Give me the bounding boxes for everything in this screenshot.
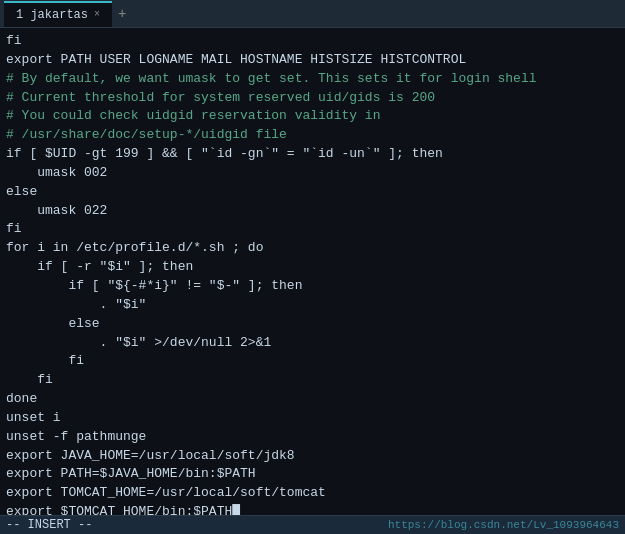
terminal-line: # /usr/share/doc/setup-*/uidgid file <box>6 126 619 145</box>
terminal-line: # You could check uidgid reservation val… <box>6 107 619 126</box>
tab-label: 1 jakartas <box>16 8 88 22</box>
terminal-line: umask 022 <box>6 202 619 221</box>
terminal-line: else <box>6 183 619 202</box>
new-tab-button[interactable]: + <box>112 6 132 22</box>
terminal-line: fi <box>6 352 619 371</box>
terminal-line: fi <box>6 371 619 390</box>
terminal-line: done <box>6 390 619 409</box>
watermark-text: https://blog.csdn.net/Lv_1093964643 <box>388 519 619 531</box>
terminal-line: umask 002 <box>6 164 619 183</box>
terminal-line: . "$i" >/dev/null 2>&1 <box>6 334 619 353</box>
tab-jakartas[interactable]: 1 jakartas × <box>4 1 112 27</box>
terminal-line: if [ $UID -gt 199 ] && [ "`id -gn`" = "`… <box>6 145 619 164</box>
terminal-line: fi <box>6 220 619 239</box>
terminal-line: export TOMCAT_HOME=/usr/local/soft/tomca… <box>6 484 619 503</box>
tab-close-button[interactable]: × <box>94 9 100 20</box>
terminal-line: . "$i" <box>6 296 619 315</box>
terminal-line: export JAVA_HOME=/usr/local/soft/jdk8 <box>6 447 619 466</box>
terminal-content[interactable]: fiexport PATH USER LOGNAME MAIL HOSTNAME… <box>0 28 625 515</box>
terminal-window: 1 jakartas × + fiexport PATH USER LOGNAM… <box>0 0 625 534</box>
terminal-line: else <box>6 315 619 334</box>
terminal-line: if [ "${-#*i}" != "$-" ]; then <box>6 277 619 296</box>
status-bar: -- INSERT -- https://blog.csdn.net/Lv_10… <box>0 515 625 534</box>
terminal-line: unset -f pathmunge <box>6 428 619 447</box>
terminal-line: export $TOMCAT_HOME/bin:$PATH█ <box>6 503 619 515</box>
terminal-line: fi <box>6 32 619 51</box>
terminal-line: if [ -r "$i" ]; then <box>6 258 619 277</box>
terminal-line: export PATH=$JAVA_HOME/bin:$PATH <box>6 465 619 484</box>
terminal-line: export PATH USER LOGNAME MAIL HOSTNAME H… <box>6 51 619 70</box>
title-bar: 1 jakartas × + <box>0 0 625 28</box>
terminal-line: unset i <box>6 409 619 428</box>
terminal-line: for i in /etc/profile.d/*.sh ; do <box>6 239 619 258</box>
terminal-line: # By default, we want umask to get set. … <box>6 70 619 89</box>
terminal-line: # Current threshold for system reserved … <box>6 89 619 108</box>
insert-mode-indicator: -- INSERT -- <box>6 518 92 532</box>
